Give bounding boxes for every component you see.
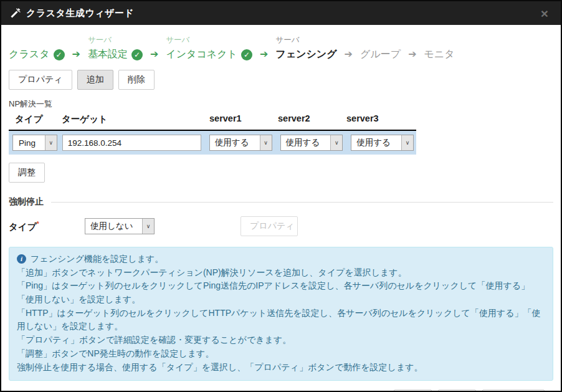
np-target-input[interactable]	[62, 135, 201, 151]
step-arrow-icon: ➔	[252, 48, 275, 61]
step-label: フェンシング	[275, 48, 336, 61]
step-label: クラスタ	[9, 48, 50, 61]
required-mark: *	[37, 220, 39, 227]
step-label: 基本設定	[88, 48, 128, 61]
np-resolution-table: タイプ ターゲット server1 server2 server3 Ping ∨…	[9, 113, 416, 155]
title-bar: クラスタ生成ウィザード ×	[1, 1, 561, 25]
info-line: フェンシング機能を設定します。	[31, 252, 163, 266]
column-header-server1: server1	[209, 113, 278, 125]
info-line: 強制停止を使用する場合、使用する「タイプ」を選択し、「プロパティ」ボタンで動作を…	[17, 361, 545, 375]
server1-usage-select[interactable]: 使用する ∨	[209, 135, 272, 151]
divider	[51, 202, 553, 203]
step-done-check-icon: ✓	[241, 49, 252, 60]
forced-stop-section-heading: 強制停止	[9, 196, 553, 208]
step-basic-settings[interactable]: サーバ 基本設定✓	[88, 35, 143, 61]
np-type-select[interactable]: Ping ∨	[12, 135, 57, 151]
step-label: グループ	[360, 48, 401, 61]
info-icon: i	[17, 254, 26, 264]
chevron-down-icon: ∨	[401, 135, 413, 150]
magic-wand-icon	[10, 7, 21, 19]
tune-button[interactable]: 調整	[9, 163, 45, 183]
chevron-down-icon: ∨	[142, 219, 154, 234]
cluster-wizard-dialog: クラスタ生成ウィザード × クラスタ✓ ➔ サーバ 基本設定✓ ➔ サーバ イン…	[0, 0, 562, 392]
footer-actions: ◂戻る 次へ▸ キャンセル	[9, 381, 553, 392]
forced-stop-type-label: タイプ*	[9, 220, 85, 233]
info-line: 「調整」ボタンでNP発生時の動作を設定します。	[17, 347, 545, 361]
forced-stop-property-button: プロパティ	[241, 216, 298, 236]
remove-button[interactable]: 削除	[118, 70, 155, 90]
np-toolbar: プロパティ 追加 削除	[9, 70, 553, 90]
info-line: 「プロパティ」ボタンで詳細設定を確認・変更することができます。	[17, 333, 545, 347]
step-done-check-icon: ✓	[131, 49, 143, 60]
chevron-down-icon: ∨	[260, 135, 272, 150]
next-button[interactable]: 次へ▸	[438, 390, 476, 392]
np-table-header: タイプ ターゲット server1 server2 server3	[9, 113, 416, 131]
column-header-server3: server3	[346, 113, 415, 125]
info-box: i フェンシング機能を設定します。 「追加」ボタンでネットワークパーティション(…	[9, 247, 553, 381]
step-cluster[interactable]: クラスタ✓	[9, 35, 65, 61]
np-table-row: Ping ∨ 使用する ∨ 使用する ∨ 使用する ∨	[9, 131, 416, 155]
step-monitor[interactable]: モニタ	[424, 35, 455, 61]
step-arrow-icon: ➔	[65, 48, 88, 61]
wizard-steps: クラスタ✓ ➔ サーバ 基本設定✓ ➔ サーバ インタコネクト✓ ➔ サーバ フ…	[9, 35, 553, 61]
step-label: モニタ	[424, 48, 455, 61]
server3-usage-select[interactable]: 使用する ∨	[351, 135, 414, 151]
step-done-check-icon: ✓	[54, 49, 65, 60]
chevron-down-icon: ∨	[45, 135, 57, 150]
info-line: 「追加」ボタンでネットワークパーティション(NP)解決リソースを追加し、タイプを…	[17, 266, 545, 280]
column-header-server2: server2	[278, 113, 346, 125]
dialog-content: クラスタ✓ ➔ サーバ 基本設定✓ ➔ サーバ インタコネクト✓ ➔ サーバ フ…	[1, 25, 561, 392]
cancel-button[interactable]: キャンセル	[482, 390, 545, 392]
step-fencing[interactable]: サーバ フェンシング	[275, 35, 336, 61]
property-button[interactable]: プロパティ	[9, 70, 72, 90]
step-group[interactable]: グループ	[360, 35, 401, 61]
step-arrow-icon: ➔	[337, 48, 360, 61]
forced-stop-type-row: タイプ* 使用しない ∨ プロパティ	[9, 216, 553, 236]
info-line: 「HTTP」はターゲット列のセルをクリックしてHTTPパケット送信先を設定し、各…	[17, 307, 545, 333]
close-icon[interactable]: ×	[537, 6, 552, 21]
dialog-title: クラスタ生成ウィザード	[26, 7, 134, 19]
chevron-down-icon: ∨	[330, 135, 342, 150]
add-button[interactable]: 追加	[77, 70, 113, 90]
step-label: インタコネクト	[166, 48, 237, 61]
column-header-type: タイプ	[9, 113, 62, 125]
forced-stop-title: 強制停止	[9, 196, 44, 208]
column-header-target: ターゲット	[62, 113, 209, 125]
step-arrow-icon: ➔	[143, 48, 166, 61]
step-interconnect[interactable]: サーバ インタコネクト✓	[166, 35, 252, 61]
back-button[interactable]: ◂戻る	[394, 390, 432, 392]
step-arrow-icon: ➔	[401, 48, 424, 61]
np-list-caption: NP解決一覧	[9, 98, 553, 110]
server2-usage-select[interactable]: 使用する ∨	[280, 135, 343, 151]
forced-stop-type-select[interactable]: 使用しない ∨	[85, 218, 155, 234]
info-line: 「Ping」はターゲット列のセルをクリックしてPing送信先のIPアドレスを設定…	[17, 279, 545, 306]
